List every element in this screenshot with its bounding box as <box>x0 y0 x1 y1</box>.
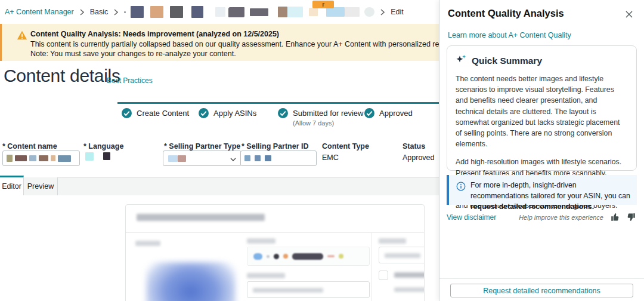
redacted-block <box>327 255 335 257</box>
redacted-block <box>283 254 288 259</box>
redacted-block <box>85 152 94 161</box>
info-note-text: For more in-depth, insight-driven recomm… <box>470 180 631 212</box>
content-type-label: Content Type <box>322 142 369 150</box>
chevron-right-icon <box>80 9 84 16</box>
redacted-module-title <box>137 214 265 221</box>
redacted-block <box>309 8 318 16</box>
tab-editor[interactable]: Editor <box>0 176 24 195</box>
redacted-block <box>287 7 303 17</box>
redacted-block <box>274 254 279 259</box>
redacted-block <box>326 7 345 17</box>
redacted-block <box>103 152 110 160</box>
redacted-block <box>124 11 126 13</box>
tabbar-filler <box>24 177 439 195</box>
learn-more-link[interactable]: Learn more about A+ Content Quality <box>448 31 571 39</box>
content-quality-panel: Content Quality Analysis Learn more abou… <box>439 0 644 301</box>
thumbs-up-icon[interactable] <box>611 213 620 222</box>
quick-summary-header: Quick Summary <box>456 54 628 67</box>
redacted-input[interactable] <box>247 281 370 298</box>
banner-body: This content is currently partially coll… <box>30 40 439 48</box>
redacted-block <box>215 7 225 17</box>
redacted-block <box>51 155 55 161</box>
redacted-block <box>168 155 178 162</box>
feedback-label: Help improve this experience <box>519 214 603 221</box>
content-module-card[interactable] <box>125 204 425 301</box>
step-submitted-for-review: Submitted for review (Allow 7 days) <box>278 108 364 127</box>
step-label: Apply ASINs <box>213 108 256 118</box>
chevron-down-icon <box>230 153 236 164</box>
banner-title: Content Quality Analysis: Needs improvem… <box>30 30 279 38</box>
redacted-block <box>170 6 183 18</box>
info-note-box: For more in-depth, insight-driven recomm… <box>447 175 637 205</box>
divider <box>371 232 372 301</box>
redacted-block <box>39 155 48 161</box>
redacted-input[interactable] <box>379 247 425 263</box>
divider <box>126 232 424 233</box>
view-disclaimer-link[interactable]: View disclaimer <box>447 213 496 222</box>
redacted-block <box>191 6 203 18</box>
request-recommendations-button[interactable]: Request detailed recommendations <box>450 284 633 297</box>
redacted-block <box>58 155 71 162</box>
check-circle-icon <box>278 108 288 121</box>
redacted-label <box>247 238 275 244</box>
redacted-block <box>228 7 244 17</box>
info-icon <box>456 182 466 194</box>
redacted-label <box>247 273 285 278</box>
redacted-label <box>135 241 160 246</box>
check-circle-icon <box>199 108 209 121</box>
banner-body-text: This content is currently partially coll… <box>30 40 439 48</box>
sparkle-icon <box>456 54 467 67</box>
chevron-right-icon <box>114 9 118 16</box>
step-label: Approved <box>379 108 413 118</box>
divider <box>439 278 644 279</box>
page-title: Content details <box>4 66 120 86</box>
content-name-input[interactable] <box>2 150 80 166</box>
step-approved: Approved <box>364 108 413 121</box>
redacted-text-toolbar <box>247 247 370 266</box>
quality-warning-banner: Content Quality Analysis: Needs improvem… <box>0 24 439 61</box>
redacted-block <box>253 253 262 260</box>
redacted-block <box>131 6 144 18</box>
redacted-checkbox[interactable] <box>379 271 388 280</box>
check-circle-icon <box>364 108 374 121</box>
redacted-label <box>379 238 406 244</box>
breadcrumb: A+ Content Manager Basic r <box>5 5 404 19</box>
redacted-block <box>7 155 13 162</box>
redacted-block <box>265 155 271 161</box>
redacted-block <box>29 155 36 161</box>
redacted-block <box>278 7 287 17</box>
redacted-placeholder <box>385 253 420 258</box>
selling-partner-id-label: * Selling Partner ID <box>242 142 309 150</box>
quick-summary-paragraph-1: The content needs better images and life… <box>456 73 628 149</box>
selling-partner-type-select[interactable] <box>163 150 242 166</box>
close-icon[interactable] <box>624 9 634 20</box>
panel-title: Content Quality Analysis <box>448 8 564 19</box>
selling-partner-id-input[interactable] <box>240 150 317 166</box>
tab-preview[interactable]: Preview <box>24 177 58 195</box>
content-type-value: EMC <box>322 153 339 162</box>
quick-summary-card: Quick Summary The content needs better i… <box>447 45 637 171</box>
redacted-block <box>292 253 323 260</box>
redacted-block <box>345 7 360 17</box>
redacted-placeholder <box>253 288 323 293</box>
selling-partner-type-label: * Selling Partner Type <box>164 142 240 150</box>
redacted-block <box>150 6 163 18</box>
quick-summary-title: Quick Summary <box>472 56 542 66</box>
thumbs-down-icon[interactable] <box>627 213 636 222</box>
chevron-right-icon <box>380 9 385 16</box>
info-note-plain: For more in-depth, insight-driven recomm… <box>470 181 630 200</box>
step-apply-asins: Apply ASINs <box>199 108 256 121</box>
redacted-label <box>394 272 425 278</box>
breadcrumb-item-edit: Edit <box>391 8 404 16</box>
info-note-bold: request detailed recommendations. <box>470 202 594 211</box>
breadcrumb-redacted-title: r <box>124 5 374 19</box>
editor-tabbar: Editor Preview <box>0 176 439 195</box>
language-label: * Language <box>83 142 123 150</box>
highlight-tag: r <box>312 1 334 8</box>
breadcrumb-link-content-manager[interactable]: A+ Content Manager <box>5 8 74 16</box>
redacted-product-image <box>146 262 236 301</box>
step-label: Submitted for review <box>293 108 364 118</box>
feedback-row: Help improve this experience <box>519 213 636 222</box>
best-practices-link[interactable]: Best Practices <box>107 76 153 85</box>
breadcrumb-item-basic: Basic <box>90 8 109 16</box>
